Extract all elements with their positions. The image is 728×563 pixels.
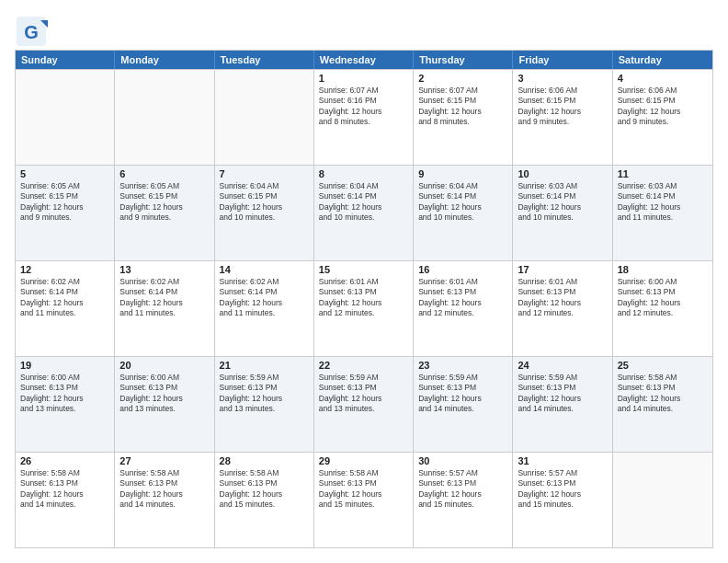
day-number: 27	[119, 455, 209, 466]
header-day-friday: Friday	[513, 51, 612, 69]
day-number: 15	[319, 264, 408, 275]
day-info: Sunrise: 6:05 AMSunset: 6:15 PMDaylight:…	[20, 181, 109, 224]
calendar-cell-15: 15Sunrise: 6:01 AMSunset: 6:13 PMDayligh…	[314, 261, 414, 356]
day-number: 8	[319, 168, 408, 179]
day-number: 18	[618, 264, 708, 275]
calendar-cell-23: 23Sunrise: 5:59 AMSunset: 6:13 PMDayligh…	[414, 357, 513, 452]
day-info: Sunrise: 6:02 AMSunset: 6:14 PMDaylight:…	[220, 277, 309, 319]
day-number: 19	[20, 360, 109, 371]
calendar-cell-26: 26Sunrise: 5:58 AMSunset: 6:13 PMDayligh…	[16, 453, 115, 547]
day-info: Sunrise: 6:06 AMSunset: 6:15 PMDaylight:…	[518, 86, 607, 128]
calendar-cell-empty-0-1	[115, 70, 214, 165]
day-number: 31	[518, 455, 607, 466]
calendar-cell-7: 7Sunrise: 6:04 AMSunset: 6:15 PMDaylight…	[215, 166, 314, 260]
day-number: 5	[20, 168, 109, 179]
day-number: 24	[518, 360, 607, 371]
day-info: Sunrise: 5:58 AMSunset: 6:13 PMDaylight:…	[618, 373, 708, 415]
day-number: 26	[20, 455, 109, 466]
day-info: Sunrise: 6:00 AMSunset: 6:13 PMDaylight:…	[20, 373, 109, 415]
calendar-row-2: 5Sunrise: 6:05 AMSunset: 6:15 PMDaylight…	[16, 165, 712, 260]
calendar-cell-31: 31Sunrise: 5:57 AMSunset: 6:13 PMDayligh…	[513, 453, 612, 547]
day-number: 28	[220, 455, 309, 466]
day-number: 2	[418, 73, 507, 84]
day-info: Sunrise: 6:03 AMSunset: 6:14 PMDaylight:…	[518, 181, 607, 224]
day-number: 3	[518, 73, 607, 84]
day-info: Sunrise: 6:00 AMSunset: 6:13 PMDaylight:…	[618, 277, 708, 319]
calendar-cell-4: 4Sunrise: 6:06 AMSunset: 6:15 PMDaylight…	[613, 70, 712, 165]
calendar-cell-28: 28Sunrise: 5:58 AMSunset: 6:13 PMDayligh…	[215, 453, 314, 547]
day-number: 29	[319, 455, 408, 466]
calendar-cell-empty-0-0	[16, 70, 115, 165]
day-info: Sunrise: 6:00 AMSunset: 6:13 PMDaylight:…	[119, 373, 209, 415]
calendar-cell-5: 5Sunrise: 6:05 AMSunset: 6:15 PMDaylight…	[16, 166, 115, 260]
calendar-cell-17: 17Sunrise: 6:01 AMSunset: 6:13 PMDayligh…	[513, 261, 612, 356]
header-day-wednesday: Wednesday	[314, 51, 414, 69]
header-day-saturday: Saturday	[613, 51, 712, 69]
day-info: Sunrise: 5:59 AMSunset: 6:13 PMDaylight:…	[418, 373, 507, 415]
calendar-cell-9: 9Sunrise: 6:04 AMSunset: 6:14 PMDaylight…	[414, 166, 513, 260]
calendar-cell-29: 29Sunrise: 5:58 AMSunset: 6:13 PMDayligh…	[314, 453, 414, 547]
day-number: 14	[220, 264, 309, 275]
header-day-sunday: Sunday	[16, 51, 115, 69]
day-info: Sunrise: 6:07 AMSunset: 6:15 PMDaylight:…	[418, 86, 507, 128]
calendar-cell-11: 11Sunrise: 6:03 AMSunset: 6:14 PMDayligh…	[613, 166, 712, 260]
calendar-cell-empty-0-2	[215, 70, 314, 165]
header-day-thursday: Thursday	[414, 51, 513, 69]
day-info: Sunrise: 6:02 AMSunset: 6:14 PMDaylight:…	[119, 277, 209, 319]
calendar-body: 1Sunrise: 6:07 AMSunset: 6:16 PMDaylight…	[16, 69, 712, 547]
calendar-cell-30: 30Sunrise: 5:57 AMSunset: 6:13 PMDayligh…	[414, 453, 513, 547]
calendar: SundayMondayTuesdayWednesdayThursdayFrid…	[15, 50, 713, 548]
calendar-cell-16: 16Sunrise: 6:01 AMSunset: 6:13 PMDayligh…	[414, 261, 513, 356]
day-info: Sunrise: 6:04 AMSunset: 6:14 PMDaylight:…	[319, 181, 408, 224]
day-number: 21	[220, 360, 309, 371]
calendar-cell-22: 22Sunrise: 5:59 AMSunset: 6:13 PMDayligh…	[314, 357, 414, 452]
header-day-tuesday: Tuesday	[215, 51, 314, 69]
day-number: 17	[518, 264, 607, 275]
day-number: 7	[220, 168, 309, 179]
day-number: 25	[618, 360, 708, 371]
day-number: 16	[418, 264, 507, 275]
calendar-cell-12: 12Sunrise: 6:02 AMSunset: 6:14 PMDayligh…	[16, 261, 115, 356]
day-info: Sunrise: 6:05 AMSunset: 6:15 PMDaylight:…	[119, 181, 209, 224]
logo: G	[15, 15, 42, 40]
calendar-cell-13: 13Sunrise: 6:02 AMSunset: 6:14 PMDayligh…	[115, 261, 214, 356]
calendar-cell-25: 25Sunrise: 5:58 AMSunset: 6:13 PMDayligh…	[613, 357, 712, 452]
day-number: 22	[319, 360, 408, 371]
day-info: Sunrise: 5:59 AMSunset: 6:13 PMDaylight:…	[220, 373, 309, 415]
day-info: Sunrise: 5:57 AMSunset: 6:13 PMDaylight:…	[418, 468, 507, 511]
calendar-cell-19: 19Sunrise: 6:00 AMSunset: 6:13 PMDayligh…	[16, 357, 115, 452]
calendar-row-4: 19Sunrise: 6:00 AMSunset: 6:13 PMDayligh…	[16, 356, 712, 452]
header: G	[15, 15, 713, 40]
day-number: 13	[119, 264, 209, 275]
calendar-cell-24: 24Sunrise: 5:59 AMSunset: 6:13 PMDayligh…	[513, 357, 612, 452]
day-info: Sunrise: 5:58 AMSunset: 6:13 PMDaylight:…	[20, 468, 109, 511]
calendar-cell-10: 10Sunrise: 6:03 AMSunset: 6:14 PMDayligh…	[513, 166, 612, 260]
day-info: Sunrise: 6:02 AMSunset: 6:14 PMDaylight:…	[20, 277, 109, 319]
calendar-row-3: 12Sunrise: 6:02 AMSunset: 6:14 PMDayligh…	[16, 260, 712, 356]
day-info: Sunrise: 5:59 AMSunset: 6:13 PMDaylight:…	[518, 373, 607, 415]
calendar-cell-27: 27Sunrise: 5:58 AMSunset: 6:13 PMDayligh…	[115, 453, 214, 547]
day-number: 11	[618, 168, 708, 179]
calendar-row-5: 26Sunrise: 5:58 AMSunset: 6:13 PMDayligh…	[16, 452, 712, 547]
day-number: 6	[119, 168, 209, 179]
day-info: Sunrise: 6:07 AMSunset: 6:16 PMDaylight:…	[319, 86, 408, 128]
day-info: Sunrise: 5:58 AMSunset: 6:13 PMDaylight:…	[220, 468, 309, 511]
logo-icon: G	[15, 15, 40, 40]
calendar-cell-empty-4-6	[613, 453, 712, 547]
calendar-cell-20: 20Sunrise: 6:00 AMSunset: 6:13 PMDayligh…	[115, 357, 214, 452]
calendar-cell-6: 6Sunrise: 6:05 AMSunset: 6:15 PMDaylight…	[115, 166, 214, 260]
day-number: 9	[418, 168, 507, 179]
calendar-cell-21: 21Sunrise: 5:59 AMSunset: 6:13 PMDayligh…	[215, 357, 314, 452]
day-number: 30	[418, 455, 507, 466]
day-number: 4	[618, 73, 708, 84]
calendar-cell-14: 14Sunrise: 6:02 AMSunset: 6:14 PMDayligh…	[215, 261, 314, 356]
day-info: Sunrise: 6:04 AMSunset: 6:15 PMDaylight:…	[220, 181, 309, 224]
header-day-monday: Monday	[115, 51, 214, 69]
day-number: 20	[119, 360, 209, 371]
day-info: Sunrise: 6:01 AMSunset: 6:13 PMDaylight:…	[418, 277, 507, 319]
day-number: 1	[319, 73, 408, 84]
page: G SundayMondayTuesdayWednesdayThursdayFr…	[0, 0, 728, 563]
day-info: Sunrise: 6:06 AMSunset: 6:15 PMDaylight:…	[618, 86, 708, 128]
calendar-cell-1: 1Sunrise: 6:07 AMSunset: 6:16 PMDaylight…	[314, 70, 414, 165]
day-info: Sunrise: 6:01 AMSunset: 6:13 PMDaylight:…	[319, 277, 408, 319]
